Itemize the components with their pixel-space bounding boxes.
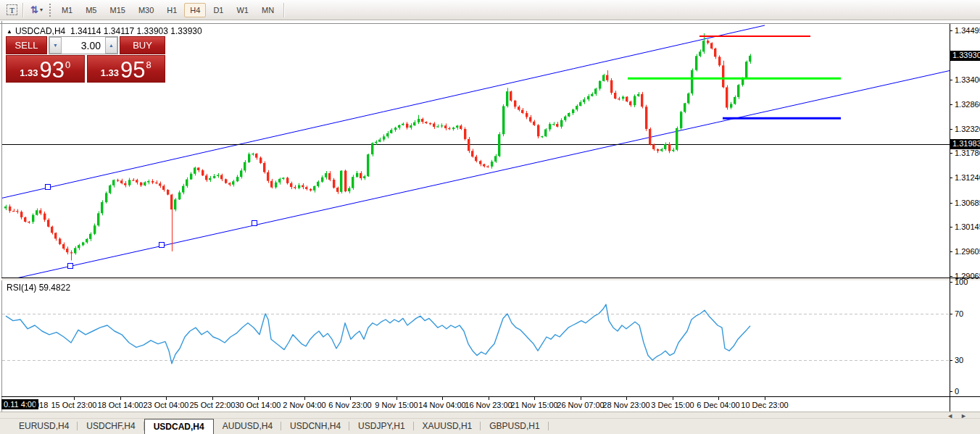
axis-label: 0: [955, 387, 959, 396]
time-tick: [166, 397, 167, 400]
timeframe-button-m1[interactable]: M1: [56, 3, 78, 17]
sell-button[interactable]: SELL: [6, 36, 47, 54]
axis-tick: [950, 178, 952, 178]
uptick-arrow-icon: ▲: [7, 28, 12, 35]
axis-label: 1.32320: [955, 125, 980, 133]
buy-price-big-digits: 95: [120, 60, 145, 80]
time-label: 9 Nov 15:00: [375, 401, 418, 409]
time-label: 10 Dec 23:00: [741, 401, 788, 409]
time-label: 23 Oct 04:00: [144, 401, 189, 409]
chart-tab-gbpusd[interactable]: GBPUSD,H1: [481, 419, 548, 434]
time-label: 14 Nov 04:00: [418, 401, 465, 409]
time-label: 16 Nov 23:00: [465, 401, 512, 409]
volume-up-button[interactable]: ▲: [105, 37, 117, 54]
bottom-strip: [0, 412, 980, 418]
sell-price-pipette: 0: [65, 59, 70, 70]
arrows-tool-icon[interactable]: ⇅: [30, 4, 38, 15]
chart-tab-eurusd[interactable]: EURUSD,H4: [10, 419, 78, 434]
axis-label: 100: [955, 277, 968, 286]
axis-tick: [950, 282, 952, 283]
time-label: 25 Oct 22:00: [190, 401, 236, 409]
rsi-indicator-canvas[interactable]: [2, 280, 950, 396]
buy-price-box[interactable]: 1.33 95 8: [87, 55, 166, 83]
timeframe-buttons: M1M5M15M30H1H4D1W1MN: [55, 3, 281, 17]
axis-tick: [950, 30, 952, 31]
axis-tick: [950, 227, 952, 228]
chart-tab-usdcnh[interactable]: USDCNH,H4: [281, 419, 349, 434]
chart-tab-audusd[interactable]: AUDUSD,H4: [214, 419, 281, 434]
time-tick: [304, 397, 305, 400]
volume-down-button[interactable]: ▼: [49, 37, 62, 54]
chart-tab-usdchf[interactable]: USDCHF,H4: [78, 419, 144, 434]
time-highlight-box: 0.11 4:00: [1, 399, 38, 409]
chart-tab-xauusd[interactable]: XAUUSD,H1: [414, 419, 481, 434]
axis-tick: [950, 80, 952, 80]
chart-title: ▲USDCAD,H4 1.34114 1.34117 1.33903 1.339…: [7, 26, 202, 36]
time-label: 15 Oct 23:00: [51, 401, 97, 409]
axis-tick: [950, 153, 952, 154]
one-click-trading-panel: SELL ▼ 3.00 ▲ BUY 1.33 93 0 1.33 95 8: [6, 36, 165, 83]
axis-tick: [950, 203, 952, 204]
axis-label: 1.34495: [955, 26, 980, 35]
axis-label: 1.33400: [955, 75, 980, 84]
chart-tab-usdcad[interactable]: USDCAD,H4: [144, 419, 214, 434]
timeframe-button-mn[interactable]: MN: [256, 3, 280, 17]
axis-tick: [950, 104, 952, 105]
axis-label: 1.30685: [955, 199, 980, 207]
axis-tick: [950, 129, 952, 130]
axis-label: 1.32860: [955, 100, 980, 109]
time-tick: [396, 397, 397, 400]
rsi-label: RSI(14) 59.4822: [7, 283, 70, 293]
time-tick: [489, 397, 489, 400]
time-label: 6 Dec 04:00: [697, 401, 739, 409]
axis-tick: [950, 360, 952, 361]
sell-price-box[interactable]: 1.33 93 0: [6, 55, 85, 83]
price-axis[interactable]: 1.33930 1.31983 1.344951.334001.328601.3…: [950, 24, 980, 412]
timeframe-button-h1[interactable]: H1: [161, 3, 183, 17]
time-label: 18 Oct 14:00: [98, 401, 144, 409]
timeframe-button-d1[interactable]: D1: [207, 3, 229, 17]
time-tick: [258, 397, 259, 400]
time-tick: [442, 397, 443, 400]
pane-separator-line: [1, 277, 980, 278]
buy-button[interactable]: BUY: [120, 36, 165, 54]
toolbar-grip[interactable]: [49, 3, 52, 17]
timeframe-button-m30[interactable]: M30: [133, 3, 159, 17]
volume-stepper: ▼ 3.00 ▲: [49, 36, 118, 54]
axis-tick: [950, 276, 952, 277]
timeframe-button-h4[interactable]: H4: [184, 3, 206, 17]
timeframe-button-m15[interactable]: M15: [104, 3, 130, 17]
level-price-box: 1.31983: [950, 139, 980, 149]
chart-tab-usdjpy[interactable]: USDJPY,H1: [349, 419, 413, 434]
chart-symbol-label: USDCAD,H4: [15, 26, 65, 36]
chart-window: ▲USDCAD,H4 1.34114 1.34117 1.33903 1.339…: [0, 21, 980, 412]
time-label: 28 Nov 23:00: [602, 401, 649, 409]
time-label: 2 Nov 04:00: [283, 401, 325, 409]
text-tool-button[interactable]: T: [7, 4, 17, 15]
time-tick: [74, 397, 75, 400]
volume-input[interactable]: 3.00: [62, 37, 105, 54]
axis-label: 1.31780: [955, 149, 980, 157]
time-axis[interactable]: 0.11 4:00 018 15 Oct 23:0018 Oct 14:0023…: [2, 397, 950, 413]
time-tick: [120, 397, 121, 400]
chart-ohlc-values: 1.34114 1.34117 1.33903 1.33930: [70, 26, 202, 36]
sell-price-big-digits: 93: [40, 60, 65, 80]
time-label: 30 Oct 14:00: [236, 401, 281, 409]
timeframe-button-m5[interactable]: M5: [80, 3, 102, 17]
axis-label: 1.29605: [955, 247, 980, 256]
pane-splitter[interactable]: [1, 278, 980, 280]
toolbar-separator: [22, 3, 23, 17]
time-tick: [626, 397, 627, 400]
time-tick: [673, 397, 673, 400]
time-label: 6 Nov 23:00: [328, 401, 371, 409]
time-tick: [350, 397, 351, 400]
sell-price-prefix: 1.33: [20, 67, 38, 78]
axis-tick: [950, 391, 952, 392]
buy-price-pipette: 8: [146, 59, 151, 70]
buy-price-prefix: 1.33: [101, 67, 119, 78]
timeframe-button-w1[interactable]: W1: [231, 3, 254, 17]
time-label: 26 Nov 07:00: [557, 401, 604, 409]
time-tick: [718, 397, 719, 400]
time-tick: [534, 397, 535, 400]
arrows-tool-dropdown-icon[interactable]: ▾: [40, 7, 43, 13]
